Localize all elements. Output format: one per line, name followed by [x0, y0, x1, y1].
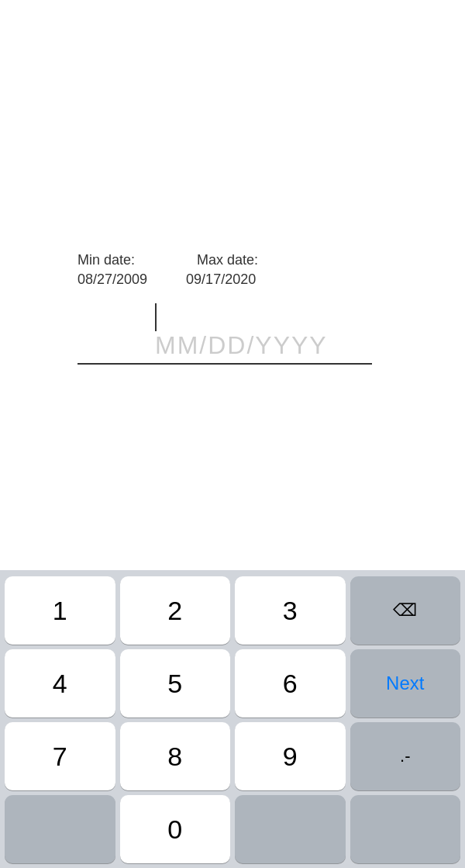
keyboard-row-3: 7 8 9 .-: [5, 722, 460, 790]
key-7[interactable]: 7: [5, 722, 115, 790]
min-date-label: Min date:: [78, 252, 135, 268]
key-empty-left: [5, 795, 115, 863]
max-date-label: Max date:: [197, 252, 258, 268]
text-cursor: [155, 303, 157, 331]
key-8[interactable]: 8: [120, 722, 231, 790]
keyboard-row-1: 1 2 3 ⌫: [5, 576, 460, 645]
key-5[interactable]: 5: [120, 649, 231, 718]
keyboard-area: 1 2 3 ⌫ 4 5 6 Next 7 8 9 .- 0: [0, 570, 465, 868]
keyboard-row-4: 0: [5, 795, 460, 863]
date-info: Min date: Max date: 08/27/2009 09/17/202…: [0, 252, 465, 297]
backspace-icon: ⌫: [393, 600, 417, 621]
keyboard-row-2: 4 5 6 Next: [5, 649, 460, 718]
date-values: 08/27/2009 09/17/2020: [78, 271, 388, 288]
key-1[interactable]: 1: [5, 576, 115, 645]
min-date-value: 08/27/2009: [78, 271, 147, 288]
top-area: Min date: Max date: 08/27/2009 09/17/202…: [0, 0, 465, 380]
key-3[interactable]: 3: [235, 576, 346, 645]
key-0[interactable]: 0: [120, 795, 231, 863]
date-placeholder: MM/DD/YYYY: [155, 331, 328, 359]
key-9[interactable]: 9: [235, 722, 346, 790]
key-6[interactable]: 6: [235, 649, 346, 718]
key-4[interactable]: 4: [5, 649, 115, 718]
next-button[interactable]: Next: [350, 649, 461, 718]
special-key[interactable]: .-: [350, 722, 461, 790]
date-input-container[interactable]: MM/DD/YYYY: [78, 303, 372, 365]
backspace-button[interactable]: ⌫: [350, 576, 461, 645]
max-date-value: 09/17/2020: [186, 271, 256, 288]
key-2[interactable]: 2: [120, 576, 231, 645]
date-labels: Min date: Max date:: [78, 252, 388, 268]
key-empty-right: [235, 795, 346, 863]
key-empty-far-right: [350, 795, 461, 863]
